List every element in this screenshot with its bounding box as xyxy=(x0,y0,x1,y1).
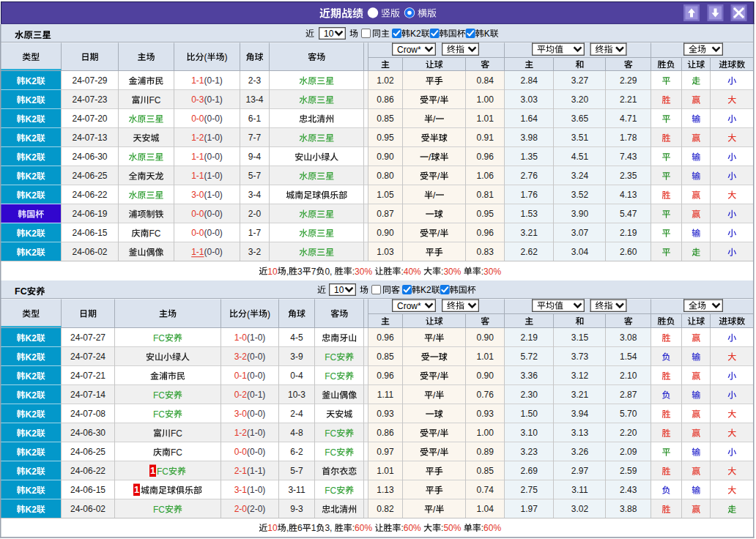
svg-text:0.86: 0.86 xyxy=(377,428,394,438)
svg-text:(0-0): (0-0) xyxy=(204,152,223,162)
svg-text:3.26: 3.26 xyxy=(571,447,589,457)
svg-text:24-06-30: 24-06-30 xyxy=(70,428,105,438)
svg-text:3.08: 3.08 xyxy=(620,332,637,343)
svg-text:1.00: 1.00 xyxy=(477,94,494,105)
svg-text:K2: K2 xyxy=(26,333,37,343)
svg-text:1.53: 1.53 xyxy=(521,209,538,219)
svg-text:K2: K2 xyxy=(26,190,37,201)
svg-text:2-3: 2-3 xyxy=(248,75,262,86)
svg-text:0.76: 0.76 xyxy=(477,390,494,400)
svg-text:0.86: 0.86 xyxy=(377,94,394,105)
svg-text:0.80: 0.80 xyxy=(377,171,394,181)
svg-text:0.97: 0.97 xyxy=(377,447,394,457)
svg-text:(0-1): (0-1) xyxy=(204,94,223,105)
svg-text:(0-1): (0-1) xyxy=(247,390,265,400)
svg-text:2-0: 2-0 xyxy=(248,209,262,219)
svg-text:2.35: 2.35 xyxy=(620,171,637,181)
svg-text:0-0: 0-0 xyxy=(191,114,204,124)
svg-text:1-2: 1-2 xyxy=(234,428,248,438)
svg-text:2.20: 2.20 xyxy=(620,428,637,438)
svg-text:0.82: 0.82 xyxy=(377,504,394,514)
svg-text:24-07-29: 24-07-29 xyxy=(72,75,107,86)
svg-text:50%: 50% xyxy=(443,523,461,533)
svg-text:10: 10 xyxy=(267,523,278,533)
svg-text:24-07-23: 24-07-23 xyxy=(72,94,107,105)
svg-text:1.00: 1.00 xyxy=(477,428,494,438)
svg-text:(0-0): (0-0) xyxy=(204,114,223,124)
svg-text:): ) xyxy=(225,52,228,62)
svg-text:0.96: 0.96 xyxy=(477,152,494,162)
svg-text:FC: FC xyxy=(171,447,182,458)
svg-text:10: 10 xyxy=(324,29,334,39)
svg-text:30%: 30% xyxy=(443,267,461,277)
svg-text:FC: FC xyxy=(15,286,27,297)
svg-text:1: 1 xyxy=(150,465,155,476)
svg-text:1.78: 1.78 xyxy=(620,133,637,143)
svg-text:FC: FC xyxy=(153,390,165,401)
svg-text:10: 10 xyxy=(334,285,344,295)
svg-text:K2: K2 xyxy=(26,428,37,439)
svg-text:30%: 30% xyxy=(355,267,372,277)
svg-text:24-06-22: 24-06-22 xyxy=(72,190,107,200)
svg-text:1-1: 1-1 xyxy=(191,152,204,162)
svg-text:3-2: 3-2 xyxy=(248,247,262,257)
svg-text:K2: K2 xyxy=(26,228,37,239)
svg-text:0.90: 0.90 xyxy=(477,371,494,381)
svg-text:3.21: 3.21 xyxy=(571,390,589,400)
svg-text:3.98: 3.98 xyxy=(521,133,538,143)
svg-text:3-11: 3-11 xyxy=(288,485,305,495)
svg-text:3,: 3, xyxy=(325,523,332,533)
svg-text:0.96: 0.96 xyxy=(377,332,394,343)
svg-text:5.70: 5.70 xyxy=(620,409,637,419)
svg-text:K2: K2 xyxy=(26,466,37,477)
svg-text:K2: K2 xyxy=(26,352,37,363)
svg-text:1-0: 1-0 xyxy=(234,332,248,343)
svg-text:2.29: 2.29 xyxy=(620,75,637,86)
svg-text:2.19: 2.19 xyxy=(620,228,637,238)
svg-text:3.11: 3.11 xyxy=(571,485,588,495)
svg-text:0.93: 0.93 xyxy=(377,409,394,419)
svg-text:1.35: 1.35 xyxy=(521,152,538,162)
svg-text:0-0: 0-0 xyxy=(191,209,204,219)
svg-text:30%: 30% xyxy=(483,267,501,277)
svg-text:5-7: 5-7 xyxy=(290,466,303,476)
svg-text:FC: FC xyxy=(325,447,336,458)
svg-text:24-07-13: 24-07-13 xyxy=(72,133,107,143)
svg-text:K2: K2 xyxy=(26,248,37,258)
svg-text:0.96: 0.96 xyxy=(477,228,494,238)
svg-text:3.52: 3.52 xyxy=(571,190,589,200)
svg-text:3.88: 3.88 xyxy=(620,504,637,514)
svg-text:1.97: 1.97 xyxy=(521,504,538,514)
svg-text:1: 1 xyxy=(134,484,139,495)
svg-text:FC: FC xyxy=(325,371,336,382)
svg-text:2.97: 2.97 xyxy=(571,466,589,476)
svg-text:1.50: 1.50 xyxy=(521,409,538,419)
svg-text:24-06-19: 24-06-19 xyxy=(72,209,107,219)
svg-text:0.84: 0.84 xyxy=(477,75,494,86)
svg-text:(1-1): (1-1) xyxy=(247,466,265,476)
svg-text:FC: FC xyxy=(325,486,336,496)
svg-text:0.90: 0.90 xyxy=(477,332,494,343)
svg-text:9-4: 9-4 xyxy=(248,152,262,162)
svg-text:3.02: 3.02 xyxy=(571,504,589,514)
svg-text:0.83: 0.83 xyxy=(477,247,494,257)
svg-text:2.60: 2.60 xyxy=(620,247,637,257)
svg-text:0.89: 0.89 xyxy=(477,447,494,457)
svg-text:24-07-20: 24-07-20 xyxy=(72,114,107,124)
svg-text:3-9: 3-9 xyxy=(290,352,303,362)
svg-text:10-3: 10-3 xyxy=(288,390,305,400)
svg-text:60%: 60% xyxy=(355,523,372,533)
svg-text:FC: FC xyxy=(153,409,165,420)
svg-text:24-06-15: 24-06-15 xyxy=(70,485,105,495)
svg-text:1.05: 1.05 xyxy=(377,190,394,200)
svg-text:3.23: 3.23 xyxy=(521,447,538,457)
svg-text:0.90: 0.90 xyxy=(377,152,394,162)
svg-text:1.54: 1.54 xyxy=(620,352,637,362)
svg-text:1.03: 1.03 xyxy=(377,247,394,257)
svg-text:2.76: 2.76 xyxy=(521,171,538,181)
svg-text:K2: K2 xyxy=(26,152,37,163)
svg-text:4-8: 4-8 xyxy=(290,428,303,438)
svg-text:3-4: 3-4 xyxy=(248,190,262,200)
svg-text:K2: K2 xyxy=(410,29,421,39)
svg-text:0.85: 0.85 xyxy=(377,352,394,362)
